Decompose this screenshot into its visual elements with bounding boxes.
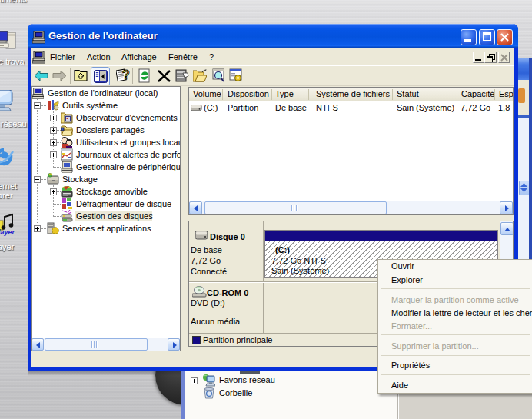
svg-text:layer: layer: [0, 228, 15, 236]
svg-text:?: ?: [122, 68, 130, 81]
